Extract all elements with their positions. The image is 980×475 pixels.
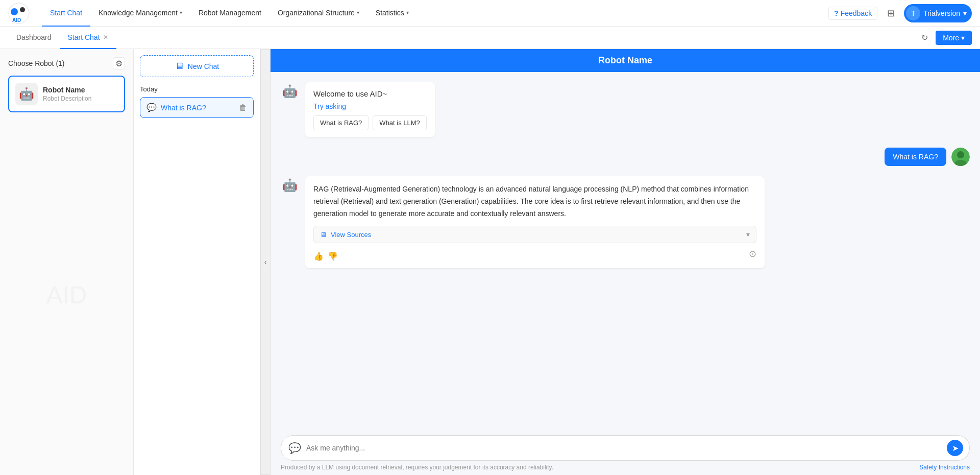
monitor-icon: 🖥 <box>320 231 327 239</box>
nav-right-actions: ? Feedback ⊞ T Trialversion ▾ <box>828 4 972 22</box>
logo-icon: AID <box>8 3 30 24</box>
view-sources-left: 🖥 View Sources <box>320 231 371 239</box>
nav-links: Start Chat Knowledge Management ▾ Robot … <box>42 0 828 27</box>
nav-knowledge-management[interactable]: Knowledge Management ▾ <box>90 0 190 27</box>
send-button[interactable]: ➤ <box>947 440 963 456</box>
robot-name: Robot Name <box>43 86 91 94</box>
sidebar-header: Choose Robot (1) ⚙ <box>8 57 125 69</box>
top-navigation: AID Start Chat Knowledge Management ▾ Ro… <box>0 0 980 27</box>
robot-card[interactable]: 🤖 Robot Name Robot Description <box>8 76 125 112</box>
sidebar-title: Choose Robot (1) <box>8 59 65 67</box>
svg-point-5 <box>957 151 964 158</box>
nav-org-structure[interactable]: Organizational Structure ▾ <box>270 0 368 27</box>
try-asking-label: Try asking <box>313 102 427 110</box>
main-content: Choose Robot (1) ⚙ 🤖 Robot Name Robot De… <box>0 49 980 475</box>
tab-close-icon[interactable]: ✕ <box>103 34 108 41</box>
bot-response-message: 🤖 RAG (Retrieval-Augmented Generation) t… <box>281 176 970 268</box>
message-actions: 👍 👎 ⊙ <box>313 246 756 261</box>
refresh-icon[interactable]: ↻ <box>917 31 932 45</box>
new-chat-button[interactable]: 🖥 New Chat <box>140 55 254 77</box>
safety-instructions-link[interactable]: Safety Instructions <box>919 464 970 471</box>
tab-bar: Dashboard Start Chat ✕ ↻ More ▾ <box>0 27 980 49</box>
settings-icon[interactable]: ⚙ <box>113 57 125 69</box>
response-bubble: RAG (Retrieval-Augmented Generation) tec… <box>305 176 765 268</box>
robot-avatar-icon: 🤖 <box>15 83 38 105</box>
tab-start-chat[interactable]: Start Chat ✕ <box>60 27 116 49</box>
suggestion-llm[interactable]: What is LLM? <box>373 115 426 130</box>
message-more-icon[interactable]: ⊙ <box>749 248 756 259</box>
chevron-down-icon: ▾ <box>746 230 750 239</box>
chat-header: Robot Name <box>271 49 980 72</box>
chat-messages: 🤖 Welcome to use AID~ Try asking What is… <box>271 72 980 429</box>
more-button[interactable]: More ▾ <box>936 31 972 45</box>
history-date-label: Today <box>140 85 254 93</box>
thumbs-down-icon[interactable]: 👎 <box>328 251 338 261</box>
chevron-down-icon: ▾ <box>963 9 967 17</box>
chevron-down-icon: ▾ <box>357 10 359 15</box>
svg-point-1 <box>11 8 18 15</box>
tab-dashboard[interactable]: Dashboard <box>8 27 60 49</box>
tab-right-actions: ↻ More ▾ <box>917 31 972 45</box>
feedback-icons: 👍 👎 <box>313 251 338 261</box>
response-text: RAG (Retrieval-Augmented Generation) tec… <box>313 183 756 220</box>
suggestion-rag[interactable]: What is RAG? <box>313 115 369 130</box>
watermark: AID <box>8 123 125 467</box>
logo-area[interactable]: AID <box>8 3 30 24</box>
chevron-down-icon: ▾ <box>180 10 182 15</box>
chat-input-icon: 💬 <box>288 442 301 454</box>
svg-text:AID: AID <box>12 17 21 23</box>
avatar: T <box>906 6 920 20</box>
view-sources-toggle[interactable]: 🖥 View Sources ▾ <box>313 226 756 243</box>
history-item[interactable]: 💬 What is RAG? 🗑 <box>140 97 254 118</box>
chat-history-panel: 🖥 New Chat Today 💬 What is RAG? 🗑 <box>134 49 260 475</box>
translate-icon[interactable]: ⊞ <box>884 6 898 20</box>
delete-icon[interactable]: 🗑 <box>239 103 247 112</box>
nav-robot-management[interactable]: Robot Management <box>190 0 270 27</box>
bot-avatar-icon-2: 🤖 <box>281 176 299 195</box>
user-message: What is RAG? <box>281 148 970 166</box>
robot-sidebar: Choose Robot (1) ⚙ 🤖 Robot Name Robot De… <box>0 49 134 475</box>
chat-area: Robot Name 🤖 Welcome to use AID~ Try ask… <box>271 49 980 475</box>
nav-statistics[interactable]: Statistics ▾ <box>368 0 417 27</box>
disclaimer-bar: Produced by a LLM using document retriev… <box>281 464 970 471</box>
nav-start-chat[interactable]: Start Chat <box>42 0 90 27</box>
history-item-content: 💬 What is RAG? <box>146 103 206 112</box>
user-message-bubble: What is RAG? <box>885 148 946 166</box>
history-item-text: What is RAG? <box>161 104 206 112</box>
input-row: 💬 ➤ <box>281 435 970 461</box>
thumbs-up-icon[interactable]: 👍 <box>313 251 324 261</box>
suggestion-chips: What is RAG? What is LLM? <box>313 115 427 130</box>
user-avatar <box>951 148 970 166</box>
collapse-panel-button[interactable]: ‹ <box>260 49 271 475</box>
chevron-down-icon: ▾ <box>406 10 409 15</box>
welcome-bubble: Welcome to use AID~ Try asking What is R… <box>305 82 435 137</box>
welcome-text: Welcome to use AID~ <box>313 89 427 98</box>
svg-point-2 <box>20 7 25 12</box>
user-menu-button[interactable]: T Trialversion ▾ <box>904 4 972 22</box>
chat-input-area: 💬 ➤ Produced by a LLM using document ret… <box>271 429 980 475</box>
welcome-message: 🤖 Welcome to use AID~ Try asking What is… <box>281 82 970 137</box>
robot-description: Robot Description <box>43 95 91 102</box>
chat-input[interactable] <box>306 444 942 452</box>
feedback-button[interactable]: ? Feedback <box>828 7 877 20</box>
chat-icon: 🖥 <box>175 61 184 72</box>
chat-bubble-icon: 💬 <box>146 103 157 112</box>
bot-avatar-icon: 🤖 <box>281 82 299 101</box>
question-icon: ? <box>834 9 839 17</box>
robot-info: Robot Name Robot Description <box>43 86 91 102</box>
disclaimer-text: Produced by a LLM using document retriev… <box>281 464 553 471</box>
